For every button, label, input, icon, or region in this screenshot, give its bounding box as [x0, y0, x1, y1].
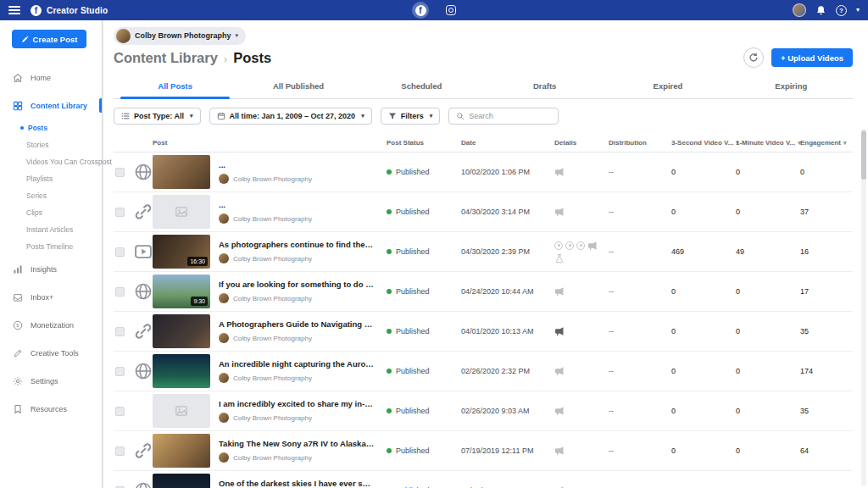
home-icon — [13, 73, 23, 83]
post-title[interactable]: Taking The New Sony a7R IV to Alaska Wit… — [219, 439, 375, 448]
tab-all-posts[interactable]: All Posts — [114, 75, 236, 98]
breadcrumb-parent[interactable]: Content Library — [114, 50, 218, 66]
sidebar-item-videos-you-can-crosspost[interactable]: Videos You Can Crosspost — [0, 153, 102, 170]
post-thumbnail[interactable] — [153, 394, 210, 428]
boost-megaphone-icon[interactable] — [554, 406, 565, 416]
column-header-3-second-video-v[interactable]: 3-Second Video V...▾ — [671, 139, 736, 147]
user-avatar[interactable] — [793, 3, 806, 17]
boost-megaphone-icon[interactable] — [554, 446, 565, 456]
sidebar-item-stories[interactable]: Stories — [0, 136, 102, 153]
tab-drafts[interactable]: Drafts — [483, 75, 606, 98]
table-row[interactable]: One of the darkest skies I have ever see… — [114, 471, 853, 488]
sidebar-item-posts-timeline[interactable]: Posts Timeline — [0, 238, 102, 255]
table-row[interactable]: Taking The New Sony a7R IV to Alaska Wit… — [114, 431, 853, 471]
sidebar-item-insights[interactable]: Insights — [0, 255, 102, 283]
table-scrollbar[interactable] — [861, 129, 866, 486]
post-thumbnail[interactable] — [153, 434, 210, 468]
boost-megaphone-icon[interactable] — [587, 241, 598, 251]
post-title[interactable]: ... — [219, 200, 375, 209]
sidebar-item-series[interactable]: Series — [0, 187, 102, 204]
post-type-filter[interactable]: Post Type: All ▾ — [114, 108, 201, 125]
instagram-nav-button[interactable] — [446, 5, 456, 15]
ab-test-icon[interactable] — [554, 253, 565, 263]
filters-button[interactable]: Filters ▾ — [381, 108, 441, 125]
help-icon[interactable]: ? — [836, 5, 847, 16]
sidebar-item-clips[interactable]: Clips — [0, 204, 102, 221]
table-row[interactable]: 16:30As photographers continue to find t… — [114, 232, 853, 272]
row-checkbox[interactable] — [115, 287, 125, 297]
sidebar-item-resources[interactable]: Resources — [0, 395, 102, 423]
sidebar-item-label: Content Library — [31, 102, 87, 110]
row-checkbox[interactable] — [115, 208, 125, 217]
row-checkbox[interactable] — [115, 446, 125, 456]
post-thumbnail[interactable] — [153, 155, 210, 189]
post-title[interactable]: I am incredibly excited to share my in-d… — [219, 399, 375, 408]
sidebar-item-home[interactable]: Home — [0, 64, 102, 92]
post-title[interactable]: If you are looking for something to do t… — [219, 280, 375, 289]
table-row[interactable]: 9:30If you are looking for something to … — [114, 272, 853, 312]
post-title[interactable]: An incredible night capturing the Aurora… — [219, 359, 375, 369]
table-header: PostPost StatusDateDetailsDistribution3-… — [114, 135, 853, 152]
video-3s-views: 469 — [671, 247, 736, 256]
scrollbar-thumb[interactable] — [861, 130, 866, 180]
filters-button-label: Filters — [401, 112, 424, 120]
column-header-engagement[interactable]: Engagement▾ — [800, 139, 853, 147]
boost-megaphone-icon[interactable] — [554, 167, 565, 177]
row-checkbox[interactable] — [115, 327, 125, 336]
tab-scheduled[interactable]: Scheduled — [360, 75, 483, 98]
sidebar-item-settings[interactable]: Settings — [0, 367, 102, 395]
active-dot-icon — [20, 126, 24, 130]
post-thumbnail[interactable]: 16:30 — [153, 235, 210, 269]
post-details — [554, 167, 600, 177]
upload-videos-button[interactable]: + Upload Videos — [771, 48, 853, 67]
table-row[interactable]: An incredible night capturing the Aurora… — [114, 352, 853, 391]
post-thumbnail[interactable]: 9:30 — [153, 274, 210, 308]
table-row[interactable]: A Photographers Guide to Navigating the … — [114, 312, 853, 352]
sidebar-item-playlists[interactable]: Playlists — [0, 170, 102, 187]
post-title[interactable]: One of the darkest skies I have ever see… — [219, 479, 375, 488]
notifications-bell-icon[interactable] — [815, 5, 826, 16]
boost-megaphone-icon[interactable] — [554, 366, 565, 376]
date-range-filter[interactable]: All time: Jan 1, 2009 – Oct 27, 2020 ▾ — [209, 108, 372, 125]
sidebar-item-instant-articles[interactable]: Instant Articles — [0, 221, 102, 238]
facebook-nav-button[interactable]: f — [412, 2, 429, 19]
column-header-1-minute-video-v[interactable]: 1-Minute Video V...▾ — [736, 139, 800, 147]
sidebar-item-monetization[interactable]: $Monetization — [0, 311, 102, 339]
post-thumbnail[interactable] — [153, 354, 210, 388]
row-checkbox[interactable] — [115, 247, 125, 257]
table-row[interactable]: ...Colby Brown PhotographyPublished10/02… — [114, 152, 853, 192]
chevron-down-icon[interactable]: ▾ — [856, 7, 860, 14]
detail-status-icon[interactable] — [554, 241, 563, 250]
row-checkbox[interactable] — [115, 367, 125, 376]
boost-megaphone-icon[interactable] — [554, 286, 565, 297]
sidebar-item-content-library[interactable]: Content Library — [0, 92, 102, 119]
account-selector[interactable]: Colby Brown Photography ▾ — [114, 27, 246, 45]
create-post-button[interactable]: Create Post — [12, 30, 86, 48]
post-title[interactable]: A Photographers Guide to Navigating the … — [219, 319, 375, 329]
tab-all-published[interactable]: All Published — [236, 75, 359, 98]
tab-expired[interactable]: Expired — [606, 75, 729, 98]
table-row[interactable]: I am incredibly excited to share my in-d… — [114, 391, 853, 431]
detail-status-icon[interactable] — [576, 241, 585, 250]
search-input[interactable] — [469, 112, 551, 120]
boost-megaphone-icon[interactable] — [554, 207, 565, 217]
sidebar-item-posts[interactable]: Posts — [0, 119, 102, 136]
sidebar-item-inbox[interactable]: Inbox+ — [0, 283, 102, 311]
post-thumbnail[interactable] — [153, 474, 210, 488]
post-title[interactable]: As photographers continue to find themse… — [219, 240, 375, 249]
post-type-cell — [134, 322, 153, 341]
row-checkbox[interactable] — [115, 168, 125, 177]
tab-expiring[interactable]: Expiring — [730, 75, 853, 98]
post-engagement: 64 — [800, 446, 853, 455]
hamburger-menu-icon[interactable] — [8, 6, 20, 14]
row-checkbox[interactable] — [115, 407, 125, 416]
boost-megaphone-icon[interactable] — [554, 326, 565, 336]
post-date: 04/24/2020 10:44 AM — [461, 287, 554, 296]
sidebar-item-creative-tools[interactable]: Creative Tools — [0, 339, 102, 367]
post-title[interactable]: ... — [219, 160, 375, 169]
detail-status-icon[interactable] — [565, 241, 574, 250]
post-thumbnail[interactable] — [153, 195, 210, 229]
post-thumbnail[interactable] — [153, 314, 210, 348]
refresh-button[interactable] — [743, 47, 764, 68]
table-row[interactable]: ...Colby Brown PhotographyPublished04/30… — [114, 192, 853, 232]
